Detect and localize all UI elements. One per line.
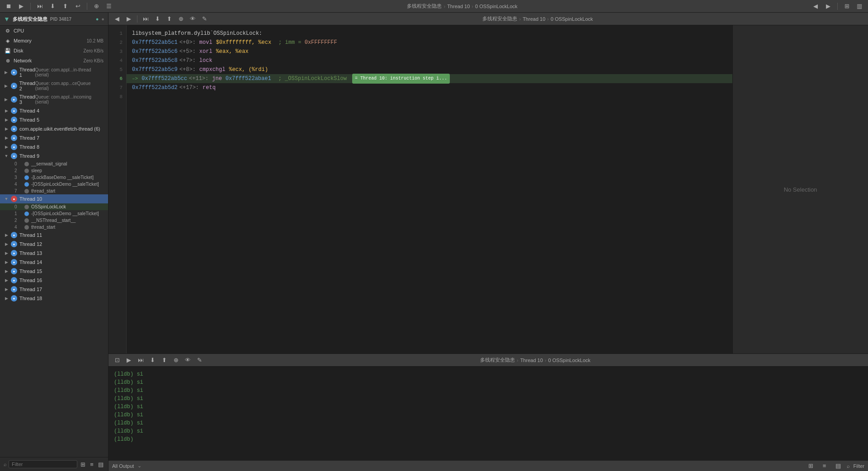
layout-btn[interactable]: ⊞ xyxy=(842,1,852,11)
frame-10-1[interactable]: 1 -[OSSpin​LockDemo __saleTicket] xyxy=(0,210,108,217)
step-over-btn[interactable]: ⏭ xyxy=(35,1,45,11)
console-edit-btn[interactable]: ✎ xyxy=(194,355,204,365)
frame-circle-9-0 xyxy=(24,162,29,166)
sidebar-filter-input[interactable] xyxy=(9,460,77,468)
thread-item-13[interactable]: ▶ ● Thread 13 xyxy=(0,249,108,258)
code-line-3[interactable]: 0x7fff522ab5c6 <+5> : xorl %eax, %eax xyxy=(127,47,732,56)
frame-10-0[interactable]: 0 OSSpin​LockLock xyxy=(0,203,108,210)
code-line-4[interactable]: 0x7fff522ab5c8 <+7> : lock xyxy=(127,56,732,65)
code-line-7[interactable]: 0x7fff522ab5d2 <+17> : retq xyxy=(127,83,732,92)
more-btn[interactable]: ⊕ xyxy=(91,1,101,11)
console-area[interactable]: (lldb) si (lldb) si (lldb) si (lldb) si … xyxy=(108,367,868,460)
step-out-btn[interactable]: ⬆ xyxy=(60,1,70,11)
console-watch-btn[interactable]: 👁 xyxy=(183,355,193,365)
step-inst-btn[interactable]: ⏭ xyxy=(141,14,151,24)
frame-circle-10-4 xyxy=(24,225,29,230)
thread-item-6[interactable]: ▶ ● com.apple.uikit.eventfetch-thread (6… xyxy=(0,124,108,133)
console-view-toggle1[interactable]: ⊞ xyxy=(806,461,816,471)
stop-btn[interactable]: ⏹ xyxy=(4,1,14,11)
console-filter-label[interactable]: Filter xyxy=(854,463,864,469)
thread-item-1[interactable]: ▶ ● Thread 1 Queue: com.appl...in-thread… xyxy=(0,66,108,79)
thread-item-12[interactable]: ▶ ● Thread 12 xyxy=(0,240,108,249)
console-run-btn[interactable]: ▶ xyxy=(124,355,134,365)
thread-item-7[interactable]: ▶ ● Thread 7 xyxy=(0,133,108,142)
expand-icon[interactable]: ▼ xyxy=(4,15,10,23)
badge-1: ● xyxy=(11,69,17,75)
code-line-6[interactable]: –> 0x7fff522ab5cc <+11> : jne 0x7fff522a… xyxy=(127,74,732,83)
view-btn[interactable]: ☰ xyxy=(104,1,114,11)
resource-network[interactable]: ⊗ Network Zero KB/s xyxy=(0,56,108,66)
code-fwd-btn[interactable]: ▶ xyxy=(124,14,134,24)
nav-back[interactable]: ◀ xyxy=(811,1,821,11)
thread-item-16[interactable]: ▶ ● Thread 16 xyxy=(0,276,108,285)
badge-4: ● xyxy=(11,108,17,114)
nav-fwd[interactable]: ▶ xyxy=(823,1,833,11)
output-chevron[interactable]: ⌄ xyxy=(137,463,142,469)
frame-9-3[interactable]: 3 -[LockBaseDemo __saleTicket] xyxy=(0,174,108,181)
frame-10-4[interactable]: 4 thread_start xyxy=(0,224,108,231)
badge-16: ● xyxy=(11,277,17,283)
frame-circle-9-7 xyxy=(24,189,29,193)
thread-item-15[interactable]: ▶ ● Thread 15 xyxy=(0,267,108,276)
console-step-btn[interactable]: ⏭ xyxy=(136,355,146,365)
line-numbers: 1 2 3 4 5 6 7 8 xyxy=(108,25,127,353)
frame-9-0[interactable]: 0 __semwait_signal xyxy=(0,160,108,167)
frame-9-7[interactable]: 7 thread_start xyxy=(0,188,108,194)
thread-item-10[interactable]: ▼ ● Thread 10 xyxy=(0,194,108,203)
thread-item-17[interactable]: ▶ ● Thread 17 xyxy=(0,285,108,294)
expand-6: ▶ xyxy=(4,126,9,132)
thread-item-11[interactable]: ▶ ● Thread 11 xyxy=(0,231,108,240)
badge-12: ● xyxy=(11,241,17,247)
code-bc-thread: Thread 10 xyxy=(523,16,545,22)
return-btn[interactable]: ↩ xyxy=(73,1,83,11)
console-clear-btn[interactable]: ⊡ xyxy=(112,355,122,365)
pid-label: PID 34817 xyxy=(50,17,71,22)
sep2 xyxy=(87,3,87,10)
step-out2-btn[interactable]: ⬆ xyxy=(164,14,174,24)
console-line-6: (lldb) si xyxy=(114,411,863,419)
step-in2-btn[interactable]: ⬇ xyxy=(152,14,162,24)
filter-icon: ⌕ xyxy=(4,462,7,467)
thread-item-5[interactable]: ▶ ● Thread 5 xyxy=(0,115,108,124)
badge-8: ● xyxy=(11,144,17,150)
thread-item-4[interactable]: ▶ ● Thread 4 xyxy=(0,106,108,115)
process-name: 多线程安全隐患 xyxy=(13,16,47,23)
console-line-5: (lldb) si xyxy=(114,403,863,411)
code-back-btn[interactable]: ◀ xyxy=(112,14,122,24)
edit-btn[interactable]: ✎ xyxy=(199,14,209,24)
console-view-toggle2[interactable]: ≡ xyxy=(820,461,830,471)
thread-item-18[interactable]: ▶ ● Thread 18 xyxy=(0,294,108,303)
thread-item-8[interactable]: ▶ ● Thread 8 xyxy=(0,142,108,151)
resource-memory[interactable]: ◈ Memory 10.2 MB xyxy=(0,36,108,46)
watch-btn[interactable]: 👁 xyxy=(188,14,198,24)
resource-cpu[interactable]: ⚙ CPU xyxy=(0,26,108,36)
expand-13: ▶ xyxy=(4,250,9,256)
sep1 xyxy=(30,3,31,10)
console-stepin-btn[interactable]: ⬇ xyxy=(147,355,157,365)
breadcrumb-frame: 0 OSSpin​LockLock xyxy=(475,4,518,9)
console-stepout-btn[interactable]: ⬆ xyxy=(159,355,169,365)
frame-circle-10-0 xyxy=(24,205,29,209)
frame-10-2[interactable]: 2 __NSThread__start__ xyxy=(0,217,108,224)
frame-circle-9-3 xyxy=(24,175,29,180)
code-line-2[interactable]: 0x7fff522ab5c1 <+0> : movl $0xffffffff, … xyxy=(127,38,732,47)
run-btn[interactable]: ▶ xyxy=(16,1,26,11)
resource-disk[interactable]: 💾 Disk Zero KB/s xyxy=(0,46,108,56)
frame-9-2[interactable]: 2 sleep xyxy=(0,167,108,174)
view-toggle-3[interactable]: ▤ xyxy=(97,459,104,469)
frame-circle-9-4 xyxy=(24,182,29,187)
panel-btn[interactable]: ▥ xyxy=(854,1,864,11)
frame-9-4[interactable]: 4 -[OSSpin​LockDemo __saleTicket] xyxy=(0,181,108,188)
console-view-toggle3[interactable]: ▤ xyxy=(833,461,843,471)
thread-item-14[interactable]: ▶ ● Thread 14 xyxy=(0,258,108,267)
console-bp-btn[interactable]: ⊕ xyxy=(171,355,181,365)
step-in-btn[interactable]: ⬇ xyxy=(47,1,57,11)
thread-item-3[interactable]: ▶ ● Thread 3 Queue: com.appl...incoming … xyxy=(0,93,108,106)
badge-17: ● xyxy=(11,286,17,292)
thread-item-2[interactable]: ▶ ● Thread 2 Queue: com.app...ceQueue (s… xyxy=(0,79,108,93)
code-line-5[interactable]: 0x7fff522ab5c9 <+8> : cmpxchgl %ecx, (%r… xyxy=(127,65,732,74)
view-toggle-1[interactable]: ⊞ xyxy=(79,459,86,469)
view-toggle-2[interactable]: ≡ xyxy=(88,459,95,469)
thread-item-9[interactable]: ▼ ● Thread 9 xyxy=(0,151,108,160)
bp-btn[interactable]: ⊕ xyxy=(176,14,186,24)
